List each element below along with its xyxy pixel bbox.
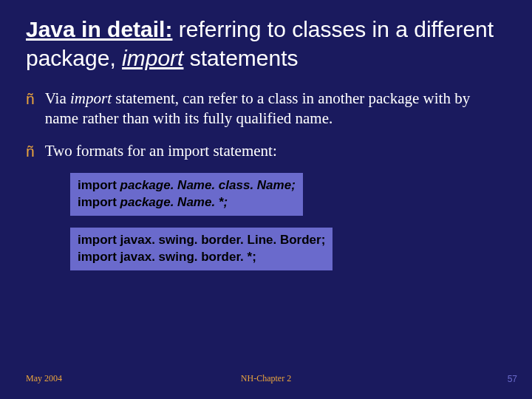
keyword: import bbox=[78, 250, 117, 264]
bullet-marker-icon: ñ bbox=[26, 89, 35, 129]
footer-chapter: NH-Chapter 2 bbox=[0, 373, 532, 384]
keyword: import bbox=[78, 233, 117, 247]
code-rest: javax. swing. border. *; bbox=[117, 250, 256, 264]
code-line: import javax. swing. border. *; bbox=[78, 249, 325, 266]
code-line: import package. Name. class. Name; bbox=[78, 177, 296, 194]
slide-title: Java in detail: referring to classes in … bbox=[26, 15, 506, 72]
footer-page-number: 57 bbox=[508, 374, 517, 384]
code-box-2: import javax. swing. border. Line. Borde… bbox=[26, 228, 506, 282]
slide-content: Java in detail: referring to classes in … bbox=[0, 0, 532, 282]
bullet-text: Via import statement, can refer to a cla… bbox=[45, 89, 506, 129]
keyword: import bbox=[78, 195, 117, 209]
title-part2: statements bbox=[183, 46, 298, 70]
bullet-text: Two formats for an import statement: bbox=[45, 141, 277, 161]
bullet-pre: Two formats for an import statement: bbox=[45, 142, 277, 160]
code-line: import package. Name. *; bbox=[78, 194, 296, 211]
bullet-pre: Via bbox=[45, 89, 70, 107]
code-rest: javax. swing. border. Line. Border; bbox=[117, 233, 325, 247]
code-box-1: import package. Name. class. Name; impor… bbox=[26, 173, 506, 228]
bullet-item: ñ Two formats for an import statement: bbox=[26, 141, 506, 161]
keyword: import bbox=[78, 178, 117, 192]
title-bold: Java in detail: bbox=[26, 17, 172, 41]
footer-date: May 2004 bbox=[26, 373, 62, 384]
code-line: import javax. swing. border. Line. Borde… bbox=[78, 232, 325, 249]
code-rest: package. Name. *; bbox=[117, 195, 228, 209]
bullet-item: ñ Via import statement, can refer to a c… bbox=[26, 89, 506, 129]
bullet-italic: import bbox=[70, 89, 112, 107]
title-italic: import bbox=[122, 46, 183, 70]
bullet-marker-icon: ñ bbox=[26, 141, 35, 161]
code-rest: package. Name. class. Name; bbox=[117, 178, 296, 192]
footer: May 2004 NH-Chapter 2 57 bbox=[0, 373, 532, 384]
